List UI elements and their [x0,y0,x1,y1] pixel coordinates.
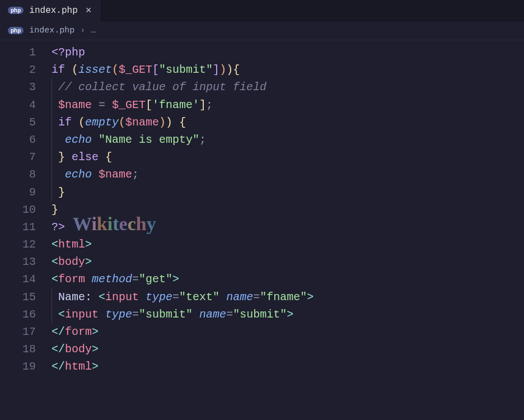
code-content[interactable]: <?php if (isset($_GET["submit"])){ // co… [52,44,524,376]
code-line[interactable]: <body> [52,253,524,270]
code-line[interactable]: echo $name; [52,166,524,183]
code-line[interactable]: if (isset($_GET["submit"])){ [52,61,524,78]
line-number: 8 [0,166,36,183]
line-number: 2 [0,61,36,78]
line-number: 6 [0,131,36,148]
line-number: 10 [0,201,36,218]
php-icon: php [8,27,24,34]
chevron-right-icon: › [80,26,85,35]
code-line[interactable]: // collect value of input field [52,78,524,96]
code-line[interactable]: <?php [52,44,524,61]
line-number: 5 [0,114,36,131]
line-number: 17 [0,323,36,340]
code-line[interactable]: </html> [52,358,524,375]
breadcrumb-more: … [91,26,96,35]
line-number: 18 [0,340,36,358]
code-line[interactable]: <form method="get"> [52,270,524,288]
line-number: 19 [0,358,36,375]
file-tab[interactable]: php index.php × [0,0,101,21]
code-line[interactable]: <input type="submit" name="submit"> [52,306,524,323]
breadcrumb[interactable]: php index.php › … [0,21,524,40]
line-number: 14 [0,270,36,288]
code-line[interactable]: $name = $_GET['fname']; [52,96,524,114]
line-number: 11 [0,218,36,236]
php-icon: php [8,7,24,14]
code-line[interactable]: echo "Name is empty"; [52,131,524,148]
code-editor[interactable]: 1 2 3 4 5 6 7 8 9 10 11 12 13 14 15 16 1… [0,40,524,376]
code-line[interactable]: if (empty($name)) { [52,114,524,131]
code-line[interactable]: } else { [52,148,524,166]
code-line[interactable]: <html> [52,236,524,253]
line-number: 4 [0,96,36,114]
line-number: 15 [0,288,36,306]
breadcrumb-file: index.php [29,26,74,35]
line-number: 13 [0,253,36,270]
tab-file-name: index.php [29,6,77,16]
line-number-gutter: 1 2 3 4 5 6 7 8 9 10 11 12 13 14 15 16 1… [0,44,52,376]
code-line[interactable]: } [52,201,524,218]
close-icon[interactable]: × [83,5,94,16]
code-line[interactable]: </body> [52,340,524,358]
code-line[interactable]: ?> [52,218,524,236]
line-number: 9 [0,184,36,201]
tab-bar: php index.php × [0,0,524,21]
line-number: 12 [0,236,36,253]
line-number: 3 [0,78,36,96]
code-line[interactable]: Name: <input type="text" name="fname"> [52,288,524,306]
code-line[interactable]: </form> [52,323,524,340]
line-number: 16 [0,306,36,323]
line-number: 1 [0,44,36,61]
code-line[interactable]: } [52,184,524,201]
line-number: 7 [0,148,36,166]
